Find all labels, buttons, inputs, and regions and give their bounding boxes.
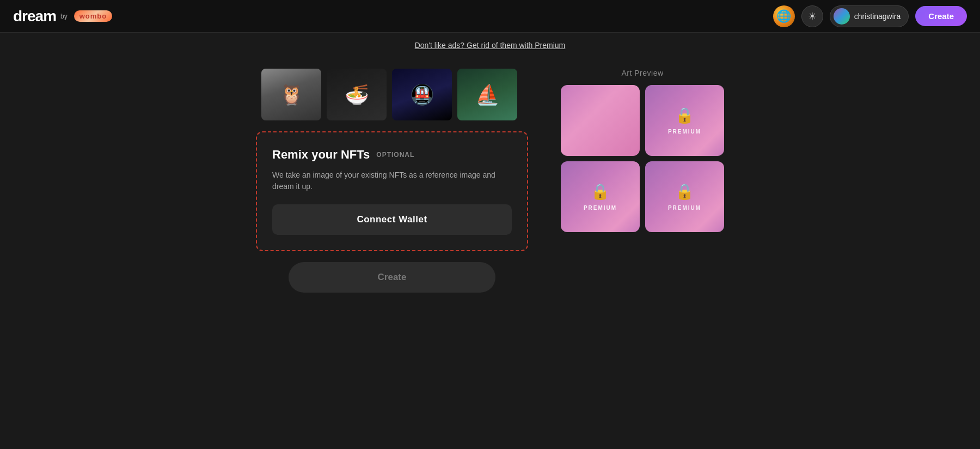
user-menu[interactable]: christinagwira bbox=[830, 5, 909, 27]
art-card-1[interactable] bbox=[561, 85, 640, 156]
sample-image-food[interactable] bbox=[327, 69, 387, 120]
nft-remix-section: Remix your NFTs OPTIONAL We take an imag… bbox=[256, 131, 528, 251]
sun-icon: ☀ bbox=[808, 10, 817, 22]
header: dream by wombo 🌐 ☀ christinagwira Create bbox=[0, 0, 980, 33]
nft-title-row: Remix your NFTs OPTIONAL bbox=[272, 148, 512, 162]
main-content: Remix your NFTs OPTIONAL We take an imag… bbox=[0, 58, 980, 304]
header-create-button[interactable]: Create bbox=[915, 6, 967, 26]
connect-wallet-button[interactable]: Connect Wallet bbox=[272, 204, 512, 235]
header-left: dream by wombo bbox=[13, 8, 112, 25]
globe-icon[interactable]: 🌐 bbox=[773, 5, 795, 27]
sample-image-boat[interactable] bbox=[457, 69, 517, 120]
premium-label: PREMIUM bbox=[668, 129, 701, 135]
lock-icon: 🔒 bbox=[675, 183, 694, 201]
promo-link[interactable]: Don't like ads? Get rid of them with Pre… bbox=[415, 41, 566, 50]
nft-title: Remix your NFTs bbox=[272, 148, 370, 162]
premium-label: PREMIUM bbox=[584, 205, 617, 211]
art-card-4[interactable]: 🔒 PREMIUM bbox=[645, 161, 724, 232]
create-button[interactable]: Create bbox=[289, 262, 495, 293]
logo-by: by bbox=[60, 13, 68, 20]
lock-icon: 🔒 bbox=[591, 183, 610, 201]
sample-images bbox=[261, 69, 528, 120]
right-panel: Art Preview 🔒 PREMIUM 🔒 PREMIUM 🔒 PREMIU… bbox=[561, 69, 724, 293]
premium-label: PREMIUM bbox=[668, 205, 701, 211]
logo-dream: dream bbox=[13, 8, 56, 25]
art-grid: 🔒 PREMIUM 🔒 PREMIUM 🔒 PREMIUM bbox=[561, 85, 724, 232]
art-card-3[interactable]: 🔒 PREMIUM bbox=[561, 161, 640, 232]
art-preview-title: Art Preview bbox=[561, 69, 724, 77]
left-panel: Remix your NFTs OPTIONAL We take an imag… bbox=[256, 69, 528, 293]
wombo-logo: wombo bbox=[74, 10, 113, 22]
nft-description: We take an image of your existing NFTs a… bbox=[272, 169, 512, 192]
theme-toggle-button[interactable]: ☀ bbox=[801, 5, 823, 27]
sample-image-owl[interactable] bbox=[261, 69, 321, 120]
sample-image-escalator[interactable] bbox=[392, 69, 452, 120]
art-card-2[interactable]: 🔒 PREMIUM bbox=[645, 85, 724, 156]
optional-badge: OPTIONAL bbox=[376, 151, 414, 159]
user-name-label: christinagwira bbox=[854, 12, 901, 21]
lock-icon: 🔒 bbox=[675, 106, 694, 124]
promo-bar: Don't like ads? Get rid of them with Pre… bbox=[0, 33, 980, 58]
avatar bbox=[834, 8, 850, 25]
header-right: 🌐 ☀ christinagwira Create bbox=[773, 5, 967, 27]
